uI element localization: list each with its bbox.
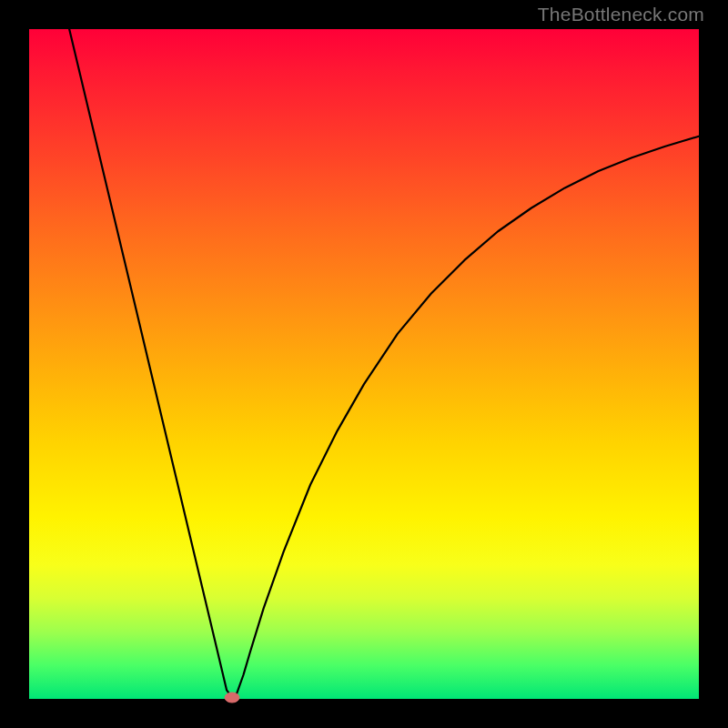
chart-frame: TheBottleneck.com bbox=[0, 0, 728, 728]
chart-svg bbox=[29, 29, 699, 699]
plot-area bbox=[29, 29, 699, 699]
watermark-text: TheBottleneck.com bbox=[538, 4, 704, 25]
minimum-marker bbox=[225, 693, 239, 703]
bottleneck-curve bbox=[69, 29, 699, 698]
